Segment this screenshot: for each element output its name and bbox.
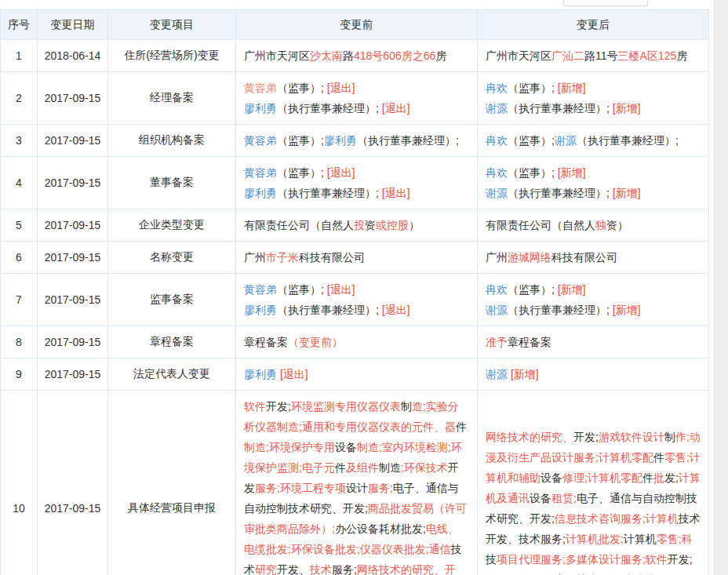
person-link[interactable]: 冉欢 [486, 82, 508, 94]
change-history-table: 序号 变更日期 变更项目 变更前 变更后 12018-06-14住所(经营场所)… [0, 9, 709, 575]
person-link[interactable]: 谢源 [486, 304, 508, 316]
text-segment: （监事）; [277, 283, 327, 296]
text-segment: 制 [401, 400, 412, 413]
text-segment: 技术 [310, 563, 332, 575]
table-row: 12018-06-14住所(经营场所)变更广州市天河区沙太南路418号606房之… [1, 40, 709, 72]
text-segment: （监事）; [277, 82, 327, 94]
person-link[interactable]: 冉欢 [486, 134, 508, 147]
text-segment: 环境工程专项 [280, 482, 346, 494]
text-segment: 计算机零配 [599, 451, 653, 464]
before-change-cell: 廖利勇 [退出] [236, 358, 478, 391]
after-change-cell: 谢源 [新增] [478, 358, 709, 391]
truncated-control[interactable] [563, 0, 648, 6]
text-segment: 计算机批发; [566, 533, 624, 545]
row-number: 8 [1, 326, 38, 358]
text-segment: 网络技术的研究、开 [357, 563, 456, 575]
person-link[interactable]: 谢源 [486, 102, 508, 115]
row-number: 4 [1, 157, 38, 209]
text-segment: 章程备案 [508, 336, 551, 348]
before-change-cell: 黄容弟（监事）; [退出]廖利勇（执行董事兼经理）; [退出] [236, 157, 478, 209]
table-row: 72017-09-15监事备案黄容弟（监事）; [退出]廖利勇（执行董事兼经理）… [1, 274, 709, 326]
cell-line: 谢源（执行董事兼经理）; [新增] [486, 183, 701, 203]
text-segment: ;环保技术 [401, 461, 448, 474]
change-date: 2017-09-15 [38, 157, 108, 209]
text-segment: ） [409, 219, 420, 231]
change-flag: [新增] [558, 82, 586, 94]
person-link[interactable]: 冉欢 [486, 166, 508, 179]
change-flag: [退出] [382, 304, 410, 316]
change-flag: [退出] [327, 166, 355, 179]
person-link[interactable]: 黄容弟 [244, 134, 277, 147]
row-number: 10 [1, 391, 38, 575]
change-date: 2017-09-15 [38, 274, 108, 326]
text-segment: （监事）; [508, 283, 558, 296]
change-item: 董事备案 [108, 157, 236, 209]
row-number: 9 [1, 358, 38, 391]
row-number: 1 [1, 40, 38, 72]
text-segment: 零售; [664, 451, 690, 464]
row-number: 7 [1, 274, 38, 326]
person-link[interactable]: 廖利勇 [244, 304, 277, 316]
text-segment: 游戏软件设计 [599, 431, 664, 443]
person-link[interactable]: 谢源 [486, 187, 508, 199]
table-row: 102017-09-15具体经营项目申报软件开发;环境监测专用仪器仪表制造;实验… [1, 391, 709, 575]
person-link[interactable]: 黄容弟 [244, 166, 277, 179]
text-segment: 计算机零配 [588, 471, 642, 484]
change-item: 住所(经营场所)变更 [108, 40, 236, 72]
before-change-cell: 广州市子米科技有限公司 [236, 242, 478, 274]
change-date: 2017-09-15 [38, 391, 108, 575]
cell-line: 冉欢（监事）;谢源（执行董事兼经理）; [486, 130, 701, 151]
text-segment: 路 [343, 49, 354, 62]
text-segment: （监事）; [277, 134, 324, 147]
text-segment: 路11号 [584, 49, 618, 62]
table-row: 82017-09-15章程备案章程备案（变更前）准予章程备案 [1, 326, 709, 358]
text-segment: 科 [682, 533, 693, 545]
text-segment: 服务; [255, 482, 280, 494]
text-segment: 计算机 [624, 533, 657, 545]
cell-line: 廖利勇 [退出] [244, 364, 469, 384]
person-link[interactable]: 冉欢 [486, 283, 508, 296]
header-before-change: 变更前 [236, 10, 478, 40]
text-segment: 项目代理服务; [497, 553, 566, 566]
change-flag: [新增] [558, 283, 586, 296]
person-link[interactable]: 谢源 [555, 134, 577, 147]
person-link[interactable]: 黄容弟 [244, 283, 277, 296]
before-change-cell: 广州市天河区沙太南路418号606房之66房 [236, 40, 478, 72]
text-segment: 信息技术咨询服务; [555, 512, 646, 525]
person-link[interactable]: 谢源 [486, 368, 508, 380]
change-flag: [退出] [382, 102, 410, 115]
cell-line: 谢源（执行董事兼经理）; [新增] [486, 300, 701, 320]
text-segment: 修理; [562, 471, 588, 484]
cell-line: 廖利勇（执行董事兼经理）; [退出] [244, 98, 469, 118]
text-segment: 发; [664, 471, 679, 484]
text-segment: 件 [456, 420, 467, 433]
change-date: 2017-09-15 [38, 72, 108, 125]
scrollbar-track[interactable] [714, 0, 728, 575]
text-segment: 多媒体设计服务; [566, 553, 646, 566]
table-row: 32017-09-15组织机构备案黄容弟（监事）;廖利勇（执行董事兼经理）;冉欢… [1, 125, 709, 157]
text-segment: 服务; [332, 563, 357, 575]
person-link[interactable]: 廖利勇 [244, 102, 277, 115]
change-item: 名称变更 [108, 242, 236, 274]
row-number: 3 [1, 125, 38, 157]
change-flag: [退出] [382, 187, 410, 199]
text-segment: 办公设备耗材批发; [335, 522, 426, 535]
table-row: 42017-09-15董事备案黄容弟（监事）; [退出]廖利勇（执行董事兼经理）… [1, 157, 709, 209]
text-segment: 作; [675, 431, 690, 443]
before-change-cell: 软件开发;环境监测专用仪器仪表制造;实验分析仪器制造;通用和专用仪器仪表的元件、… [236, 391, 478, 575]
text-segment: （执行董事兼经理）; [277, 102, 382, 115]
text-segment: （变更前） [288, 336, 343, 348]
cell-line: 黄容弟（监事）;廖利勇（执行董事兼经理）; [244, 130, 469, 151]
person-link[interactable]: 黄容弟 [244, 82, 277, 94]
text-segment: 开发; [573, 431, 599, 443]
text-segment: 环境监测专用仪器仪表 [291, 400, 401, 413]
text-segment: （监事）; [508, 82, 558, 94]
text-segment: 科技有限公司 [299, 251, 365, 264]
person-link[interactable]: 廖利勇 [244, 187, 277, 199]
text-segment: 网络技术的研究、 [486, 431, 573, 443]
text-segment: 市子米 [266, 251, 299, 264]
person-link[interactable]: 廖利勇 [244, 368, 277, 380]
person-link[interactable]: 廖利勇 [324, 134, 357, 147]
header-change-item: 变更项目 [108, 10, 236, 40]
text-segment: 零售; [657, 533, 682, 545]
